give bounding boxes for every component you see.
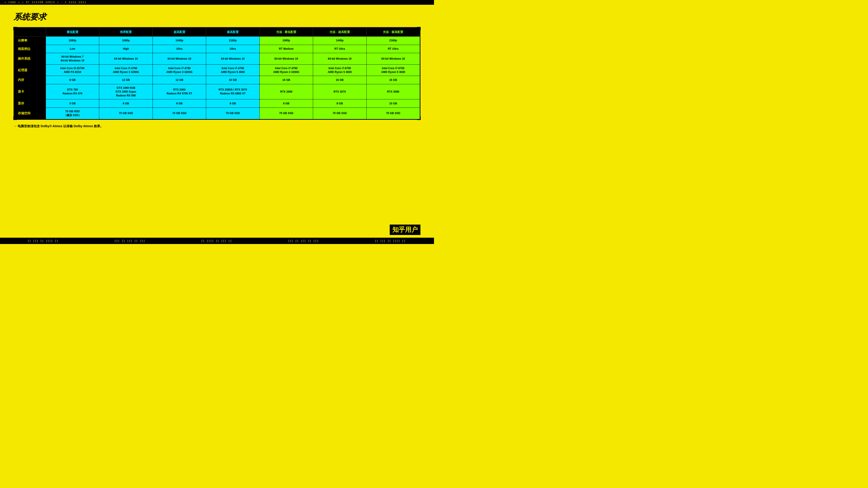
watermark: 知乎用户 xyxy=(390,225,421,235)
cell-0-3: 2160p xyxy=(206,37,259,45)
cell-4-1: 12 GB xyxy=(99,76,153,84)
cell-2-4: 64-bit Windows 10 xyxy=(259,53,313,65)
cell-3-0: Intel Core i5-3570K AMD FX-8310 xyxy=(46,64,99,76)
cell-0-1: 1080p xyxy=(99,37,153,45)
row-label-1: 画面档位 xyxy=(14,45,46,53)
cell-5-3: RTX 2080S / RTX 3070 Radeon RX 6800 XT xyxy=(206,84,259,99)
table-row: 存储空间70 GB HDD （建议 SSD）70 GB SSD70 GB SSD… xyxy=(14,107,420,119)
row-label-6: 显存 xyxy=(14,99,46,108)
header-col-3: 超高配置 xyxy=(153,28,206,37)
cell-1-2: Ultra xyxy=(153,45,206,53)
cell-1-6: RT Ultra xyxy=(366,45,420,53)
corner-bl xyxy=(13,116,17,120)
cell-6-2: 6 GB xyxy=(153,99,206,108)
row-label-2: 操作系统 xyxy=(14,53,46,65)
cell-6-1: 6 GB xyxy=(99,99,153,108)
cell-3-1: Intel Core i7-4790 AMD Ryzen 3 3200G xyxy=(99,64,153,76)
table-row: 操作系统64-bit Windows 7 64-bit Windows 1064… xyxy=(14,53,420,65)
cell-3-2: Intel Core i7-4790 AMD Ryzen 3 3200G xyxy=(153,64,206,76)
table-row: 内存8 GB12 GB12 GB16 GB16 GB16 GB16 GB xyxy=(14,76,420,84)
cell-6-3: 8 GB xyxy=(206,99,259,108)
cell-7-4: 70 GB SSD xyxy=(259,107,313,119)
cell-7-0: 70 GB HDD （建议 SSD） xyxy=(46,107,99,119)
cell-0-6: 2160p xyxy=(366,37,420,45)
cell-2-1: 64-bit Windows 10 xyxy=(99,53,153,65)
cell-3-4: Intel Core i7-4790 AMD Ryzen 3 3200G xyxy=(259,64,313,76)
header-col-4: 极高配置 xyxy=(206,28,259,37)
cell-7-5: 70 GB SSD xyxy=(313,107,366,119)
row-label-7: 存储空间 xyxy=(14,107,46,119)
footer-note: 电脑音效须包含 Dolby® Atmos 以体验 Dolby Atmos 效果。 xyxy=(13,124,421,128)
cell-3-5: Intel Core i7-6700 AMD Ryzen 5 3600 xyxy=(313,64,366,76)
corner-tr xyxy=(417,27,421,31)
cell-0-5: 1440p xyxy=(313,37,366,45)
page-title: 系统要求 xyxy=(13,11,421,23)
spec-table: 最低配置推荐配置超高配置极高配置光追 - 最低配置光追 - 超高配置光追 - 极… xyxy=(14,28,420,119)
cell-7-6: 70 GB SSD xyxy=(366,107,420,119)
cell-1-5: RT Ultra xyxy=(313,45,366,53)
table-body: 分辨率1080p1080p1440p2160p1080p1440p2160p画面… xyxy=(14,37,420,119)
cell-2-3: 64-bit Windows 10 xyxy=(206,53,259,65)
table-header: 最低配置推荐配置超高配置极高配置光追 - 最低配置光追 - 超高配置光追 - 极… xyxy=(14,28,420,37)
cell-4-4: 16 GB xyxy=(259,76,313,84)
row-label-5: 显卡 xyxy=(14,84,46,99)
main-content: 系统要求 最低配置推荐配置超高配置极高配置光追 - 最低配置光追 - 超高配置光… xyxy=(0,5,434,133)
header-col-5: 光追 - 最低配置 xyxy=(259,28,313,37)
cell-5-5: RTX 3070 xyxy=(313,84,366,99)
cell-1-4: RT Medium xyxy=(259,45,313,53)
cell-6-5: 8 GB xyxy=(313,99,366,108)
header-empty xyxy=(14,28,46,37)
cell-7-2: 70 GB SSD xyxy=(153,107,206,119)
row-label-0: 分辨率 xyxy=(14,37,46,45)
cell-1-1: High xyxy=(99,45,153,53)
cell-5-6: RTX 3080 xyxy=(366,84,420,99)
header-col-2: 推荐配置 xyxy=(99,28,153,37)
cell-2-0: 64-bit Windows 7 64-bit Windows 10 xyxy=(46,53,99,65)
corner-br xyxy=(417,116,421,120)
cell-1-3: Ultra xyxy=(206,45,259,53)
cell-0-0: 1080p xyxy=(46,37,99,45)
header-col-6: 光追 - 超高配置 xyxy=(313,28,366,37)
cell-4-0: 8 GB xyxy=(46,76,99,84)
table-row: 显卡GTX 780 Radeon RX 470GTX 1060 6GB GTX … xyxy=(14,84,420,99)
cell-5-2: RTX 2060 Radeon RX 5700 XT xyxy=(153,84,206,99)
cell-2-5: 64-bit Windows 10 xyxy=(313,53,366,65)
cell-1-0: Low xyxy=(46,45,99,53)
row-label-3: 处理器 xyxy=(14,64,46,76)
cell-5-0: GTX 780 Radeon RX 470 xyxy=(46,84,99,99)
spec-table-wrapper: 最低配置推荐配置超高配置极高配置光追 - 最低配置光追 - 超高配置光追 - 极… xyxy=(13,27,421,120)
cell-4-6: 16 GB xyxy=(366,76,420,84)
table-row: 处理器Intel Core i5-3570K AMD FX-8310Intel … xyxy=(14,64,420,76)
cell-6-6: 10 GB xyxy=(366,99,420,108)
top-bar: < CODE > ( PC SYSTEM SPECS ) - C 5332.59… xyxy=(0,0,434,5)
cell-4-2: 12 GB xyxy=(153,76,206,84)
table-row: 画面档位LowHighUltraUltraRT MediumRT UltraRT… xyxy=(14,45,420,53)
cell-5-4: RTX 2060 xyxy=(259,84,313,99)
table-row: 分辨率1080p1080p1440p2160p1080p1440p2160p xyxy=(14,37,420,45)
cell-6-4: 6 GB xyxy=(259,99,313,108)
cell-5-1: GTX 1060 6GB GTX 1660 Super Radeon RX 59… xyxy=(99,84,153,99)
cell-6-0: 3 GB xyxy=(46,99,99,108)
header-row: 最低配置推荐配置超高配置极高配置光追 - 最低配置光追 - 超高配置光追 - 极… xyxy=(14,28,420,37)
cell-4-3: 16 GB xyxy=(206,76,259,84)
bottom-bar: ▌▌ ▌▌▌ ▌▌ ▌▌▌▌ ▌▌ ▌▌▌ ▌▌ ▌▌▌ ▌▌ ▌▌▌ ▌▌ ▌… xyxy=(0,238,434,244)
cell-2-6: 64-bit Windows 10 xyxy=(366,53,420,65)
cell-2-2: 64-bit Windows 10 xyxy=(153,53,206,65)
cell-3-3: Intel Core i7-4790 AMD Ryzen 5 3600 xyxy=(206,64,259,76)
row-label-4: 内存 xyxy=(14,76,46,84)
cell-4-5: 16 GB xyxy=(313,76,366,84)
cell-0-2: 1440p xyxy=(153,37,206,45)
cell-7-3: 70 GB SSD xyxy=(206,107,259,119)
top-bar-text: < CODE > ( PC SYSTEM SPECS ) - C 5332.59… xyxy=(4,1,86,4)
table-row: 显存3 GB6 GB6 GB8 GB6 GB8 GB10 GB xyxy=(14,99,420,108)
cell-7-1: 70 GB SSD xyxy=(99,107,153,119)
header-col-1: 最低配置 xyxy=(46,28,99,37)
corner-tl xyxy=(13,27,17,31)
cell-3-6: Intel Core i7-6700 AMD Ryzen 5 3600 xyxy=(366,64,420,76)
header-col-7: 光追 - 极高配置 xyxy=(366,28,420,37)
cell-0-4: 1080p xyxy=(259,37,313,45)
